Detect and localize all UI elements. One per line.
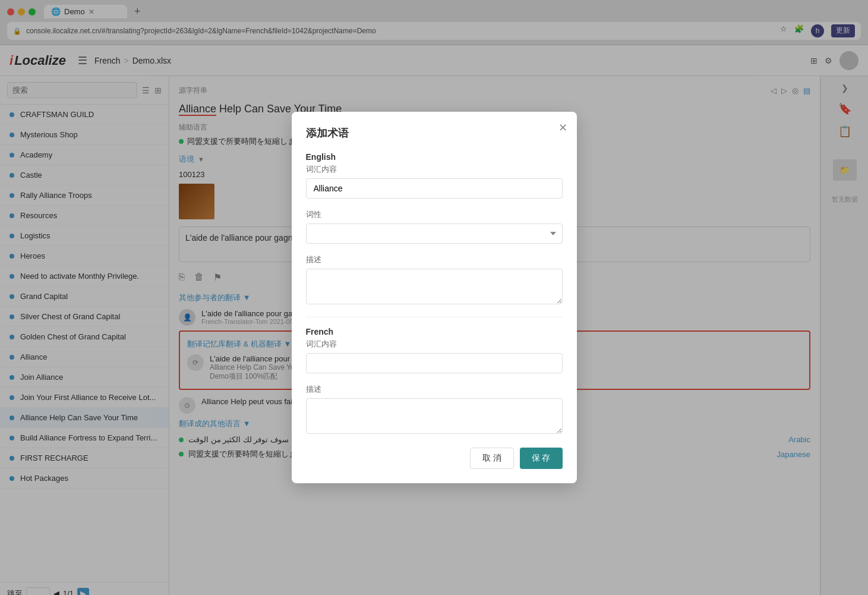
modal-overlay: 添加术语 ✕ English 词汇内容 词性 描述 French 词汇内容 描述 (0, 0, 868, 595)
cancel-button[interactable]: 取 消 (470, 448, 514, 469)
modal-english-desc-input[interactable] (306, 269, 563, 304)
modal-divider (306, 317, 563, 317)
modal-french-lang: French (306, 327, 563, 336)
modal-english-vocab-label: 词汇内容 (306, 164, 563, 175)
add-term-modal: 添加术语 ✕ English 词汇内容 词性 描述 French 词汇内容 描述 (292, 112, 577, 483)
modal-footer: 取 消 保 存 (306, 448, 563, 469)
modal-english-desc-section: 描述 (306, 254, 563, 306)
modal-pos-select[interactable] (306, 223, 563, 244)
modal-english-vocab-input[interactable] (306, 178, 563, 199)
modal-close-button[interactable]: ✕ (558, 121, 567, 134)
modal-pos-label: 词性 (306, 209, 563, 220)
modal-french-desc-label: 描述 (306, 384, 563, 395)
modal-french-desc-section: 描述 (306, 384, 563, 436)
modal-pos-section: 词性 (306, 209, 563, 244)
modal-french-desc-input[interactable] (306, 398, 563, 434)
modal-french-vocab-label: 词汇内容 (306, 339, 563, 350)
modal-title: 添加术语 (306, 126, 563, 140)
modal-french-section: French 词汇内容 (306, 327, 563, 373)
save-button[interactable]: 保 存 (520, 448, 563, 469)
modal-english-desc-label: 描述 (306, 254, 563, 265)
modal-english-section: English 词汇内容 (306, 152, 563, 199)
modal-french-vocab-input[interactable] (306, 353, 563, 373)
modal-english-lang: English (306, 152, 563, 162)
